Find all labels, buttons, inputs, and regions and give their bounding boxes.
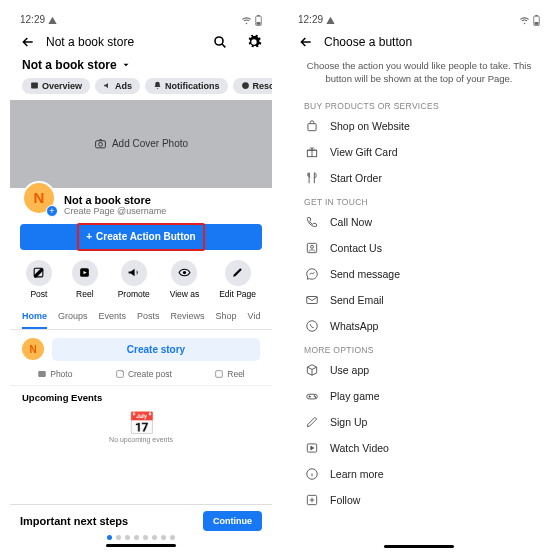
svg-point-25 xyxy=(315,397,316,398)
tab-posts[interactable]: Posts xyxy=(137,305,160,329)
quick-actions: Post Reel Promote View as Edit Page xyxy=(10,256,272,305)
whatsapp-icon xyxy=(304,319,320,333)
option-video[interactable]: Watch Video xyxy=(288,435,550,461)
next-steps-title: Important next steps xyxy=(20,515,128,527)
bag-icon xyxy=(304,119,320,133)
plus-icon: + xyxy=(86,231,92,242)
chip-overview[interactable]: Overview xyxy=(22,78,90,94)
section-more: MORE OPTIONS xyxy=(288,339,550,357)
qa-viewas[interactable]: View as xyxy=(170,260,200,299)
back-icon[interactable] xyxy=(20,34,36,50)
page-admin-screen: 12:29 Not a book store Not a book store … xyxy=(10,10,272,550)
nav-handle[interactable] xyxy=(384,545,454,548)
header-title: Choose a button xyxy=(324,35,540,49)
phone-icon xyxy=(304,215,320,229)
continue-button[interactable]: Continue xyxy=(203,511,262,531)
messenger-icon xyxy=(304,267,320,281)
section-touch: GET IN TOUCH xyxy=(288,191,550,209)
svg-point-22 xyxy=(307,321,318,332)
battery-icon xyxy=(255,15,262,26)
follow-icon xyxy=(304,493,320,507)
option-email[interactable]: Send Email xyxy=(288,287,550,313)
contact-icon xyxy=(304,241,320,255)
header: Choose a button xyxy=(288,26,550,56)
header-title: Not a book store xyxy=(46,35,202,49)
status-bar: 12:29 xyxy=(10,10,272,26)
option-learn[interactable]: Learn more xyxy=(288,461,550,487)
tab-shop[interactable]: Shop xyxy=(216,305,237,329)
option-signup[interactable]: Sign Up xyxy=(288,409,550,435)
svg-rect-11 xyxy=(38,371,46,377)
composer-photo[interactable]: Photo xyxy=(37,369,72,379)
choose-button-screen: 12:29 Choose a button Choose the action … xyxy=(288,10,550,550)
option-follow[interactable]: Follow xyxy=(288,487,550,513)
battery-icon xyxy=(533,15,540,26)
plus-icon: + xyxy=(46,205,58,217)
svg-rect-15 xyxy=(535,15,537,16)
back-icon[interactable] xyxy=(298,34,314,50)
composer-post[interactable]: Create post xyxy=(115,369,172,379)
chip-resources[interactable]: Resources & xyxy=(233,78,272,94)
option-order[interactable]: Start Order xyxy=(288,165,550,191)
tab-events[interactable]: Events xyxy=(99,305,127,329)
chip-notifications[interactable]: Notifications xyxy=(145,78,228,94)
qa-edit[interactable]: Edit Page xyxy=(219,260,256,299)
qa-promote[interactable]: Promote xyxy=(118,260,150,299)
tab-home[interactable]: Home xyxy=(22,305,47,329)
svg-rect-1 xyxy=(257,15,259,16)
qa-post[interactable]: Post xyxy=(26,260,52,299)
svg-point-3 xyxy=(215,37,223,45)
mail-icon xyxy=(304,293,320,307)
composer-reel[interactable]: Reel xyxy=(214,369,244,379)
option-app[interactable]: Use app xyxy=(288,357,550,383)
pager-dots xyxy=(20,531,262,542)
option-call[interactable]: Call Now xyxy=(288,209,550,235)
option-shop[interactable]: Shop on Website xyxy=(288,113,550,139)
svg-point-5 xyxy=(242,82,249,89)
option-contact[interactable]: Contact Us xyxy=(288,235,550,261)
wifi-icon xyxy=(519,16,530,25)
mini-avatar[interactable]: N xyxy=(22,338,44,360)
avatar[interactable]: N + xyxy=(22,181,56,215)
option-message[interactable]: Send message xyxy=(288,261,550,287)
upcoming-empty: No upcoming events xyxy=(10,436,272,443)
gamepad-icon xyxy=(304,389,320,403)
svg-rect-17 xyxy=(308,124,316,131)
page-name-row[interactable]: Not a book store xyxy=(10,56,272,78)
profile-sub: Create Page @username xyxy=(64,206,166,216)
description: Choose the action you would like people … xyxy=(288,56,550,96)
svg-point-24 xyxy=(314,396,315,397)
tab-reviews[interactable]: Reviews xyxy=(171,305,205,329)
qa-reel[interactable]: Reel xyxy=(72,260,98,299)
svg-rect-16 xyxy=(535,22,539,25)
svg-rect-2 xyxy=(257,22,261,25)
option-game[interactable]: Play game xyxy=(288,383,550,409)
chips-row: Overview Ads Notifications Resources & xyxy=(10,78,272,100)
option-whatsapp[interactable]: WhatsApp xyxy=(288,313,550,339)
svg-rect-4 xyxy=(31,83,38,89)
gear-icon[interactable] xyxy=(246,34,262,50)
upcoming-events-header: Upcoming Events xyxy=(10,386,272,409)
warning-icon xyxy=(326,16,335,25)
option-gift[interactable]: View Gift Card xyxy=(288,139,550,165)
svg-rect-21 xyxy=(307,297,318,304)
cover-photo-area[interactable]: Add Cover Photo xyxy=(10,100,272,188)
svg-point-20 xyxy=(311,246,314,249)
header: Not a book store xyxy=(10,26,272,56)
pen-icon xyxy=(304,415,320,429)
search-icon[interactable] xyxy=(212,34,228,50)
svg-point-10 xyxy=(183,271,186,274)
tab-groups[interactable]: Groups xyxy=(58,305,88,329)
warning-icon xyxy=(48,16,57,25)
create-action-button[interactable]: + Create Action Button xyxy=(20,224,262,250)
section-buy: BUY PRODUCTS OR SERVICES xyxy=(288,95,550,113)
tab-videos[interactable]: Vid xyxy=(248,305,261,329)
caret-down-icon xyxy=(121,60,131,70)
chip-ads[interactable]: Ads xyxy=(95,78,140,94)
create-story-button[interactable]: Create story xyxy=(52,338,260,361)
info-icon xyxy=(304,467,320,481)
svg-point-7 xyxy=(99,143,103,147)
status-time: 12:29 xyxy=(298,14,323,25)
nav-handle[interactable] xyxy=(106,544,176,547)
tabs: Home Groups Events Posts Reviews Shop Vi… xyxy=(10,305,272,330)
